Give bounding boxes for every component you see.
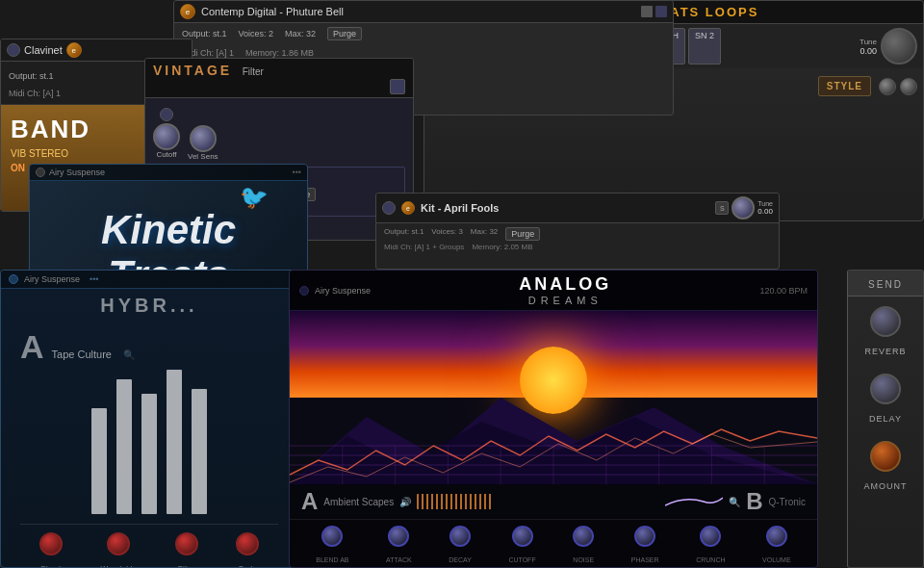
clav-logo: e [66,42,82,58]
ad-ambient-label: Ambient Scapes [323,497,394,507]
ad-title-analog: ANALOG [376,274,754,295]
kit-april-fools-panel: e Kit - April Fools S Tune 0.00 Output: … [375,193,780,270]
cd-voices: Voices: 2 [239,29,274,39]
attack-knob[interactable] [388,526,409,547]
hybrid-bar-2 [116,379,132,514]
cd-logo: e [180,4,195,19]
kit-purge-btn[interactable]: Purge [505,227,540,241]
delay-knob[interactable] [870,374,901,404]
kit-s-btn[interactable]: S [715,201,729,215]
ad-knob-attack: ATTACK [386,526,412,566]
kit-header: e Kit - April Fools S Tune 0.00 [376,194,779,223]
m-button[interactable] [900,78,917,95]
clav-title: Clavinet [24,44,63,56]
blend-knob[interactable] [39,532,63,555]
tune-value: 0.00 [860,46,877,56]
ad-indicator [299,286,309,296]
body-knob[interactable] [236,532,259,555]
ad-knob-crunch: CRUNCH [696,526,725,566]
vel-label: Vel Sens [188,152,218,161]
kit-tune-knob[interactable] [732,196,755,219]
options-btn[interactable] [655,6,667,17]
ad-waveform-vis [417,494,494,509]
blend-ab-knob[interactable] [321,526,343,547]
send-reverb: REVERB [864,306,906,358]
send-delay: DELAY [869,374,902,426]
send-label: SEND [868,279,903,290]
kit-body: Output: st.1 Voices: 3 Max: 32 Purge Mid… [376,223,779,255]
kit-memory: Memory: 2.05 MB [472,243,532,251]
ad-waveform-labels: A Ambient Scapes 🔊 🔍 B Q-Tronic [290,484,817,519]
tune-knob[interactable] [881,28,917,65]
hybrid-tape-label: Tape Culture [52,349,112,360]
phaser-label: PHASER [631,556,659,563]
ad-visual [290,311,817,484]
tune-label: Tune [860,38,877,46]
style-label: STYLE [818,76,871,96]
ad-qtronic-label: Q-Tronic [768,497,806,507]
clav-output: Output: st.1 [9,71,54,81]
vel-knob[interactable] [190,125,217,152]
cd-header: e Contemp Digital - Phuture Bell [174,1,673,23]
cd-memory: Memory: 1.86 MB [245,48,314,58]
sn2-btn[interactable]: SN 2 [688,28,721,65]
kinetic-bird-icon: 🐦 [240,184,269,211]
cutoff-knob2[interactable] [512,526,533,547]
ad-knob-cutoff: CUTOFF [508,526,535,566]
vintage-title: VINTAGE [153,63,232,78]
reverb-label: REVERB [864,347,906,356]
hybrid-body: A Tape Culture 🔍 Blend Wavetable Fil [1,319,297,557]
ad-curve-svg [665,494,723,509]
kit-max: Max: 32 [471,227,498,241]
ks-dots: ••• [293,168,301,177]
cd-info-row: Output: st.1 Voices: 2 Max: 32 Purge [174,23,673,44]
ad-title: ANALOG DREAMS [376,274,754,306]
kit-logo: e [401,201,415,215]
vintage-options-btn[interactable] [390,79,405,94]
amount-knob[interactable] [870,441,901,472]
hybrid-bar-1 [91,408,107,514]
hybrid-title-area: HYBR... [1,289,297,319]
cutoff-knob[interactable] [153,123,180,150]
noise-knob[interactable] [573,526,594,547]
s-btn-small[interactable] [641,6,653,17]
kinetic-airy-bar: Airy Suspense ••• [30,165,307,181]
amount-label: AMOUNT [864,481,908,491]
hybrid-knob-filter: Filter [175,532,198,568]
cd-purge-btn[interactable]: Purge [327,27,362,40]
crunch-knob[interactable] [700,526,721,547]
cutoff-label: Cutoff [156,150,176,159]
blend-ab-label: BLEND AB [316,556,348,563]
hybrid-knob-body: Body [236,532,259,568]
ad-a-label: A [301,488,318,515]
kit-tune-value: 0.00 [757,207,773,216]
ad-wave-svg [290,426,817,484]
cd-output: Output: st.1 [182,29,227,39]
crunch-label: CRUNCH [696,556,725,563]
clav-snowflake-icon [7,43,20,57]
ad-waveform-icon: 🔊 [399,497,411,507]
filter-knob[interactable] [175,532,198,555]
ks-play-btn[interactable] [36,168,45,177]
wavetable-label: Wavetable [100,564,137,568]
reverb-knob[interactable] [870,306,901,337]
phaser-knob[interactable] [634,526,655,547]
volume-knob[interactable] [766,526,787,547]
kit-output: Output: st.1 [384,227,424,241]
s-button[interactable] [879,78,896,95]
hybrid-header: Airy Suspense ••• [1,271,297,289]
volume-label: VOLUME [762,556,791,563]
hybrid-a-label: A [20,328,44,366]
hybrid-magnifier: 🔍 [123,349,135,360]
cd-max: Max: 32 [285,29,316,39]
analog-dreams-panel: Airy Suspense ANALOG DREAMS 120.00 BPM [289,270,818,568]
hybrid-dots: ••• [90,274,98,284]
ad-knob-blend-ab: BLEND AB [316,526,348,566]
ad-knob-phaser: PHASER [631,526,659,566]
ad-airy-label: Airy Suspense [315,286,371,296]
wavetable-knob[interactable] [107,532,130,555]
hybrid-bar-4 [167,370,182,514]
hybrid-bars [20,370,278,524]
send-amount: AMOUNT [864,441,908,493]
decay-knob[interactable] [449,526,471,547]
